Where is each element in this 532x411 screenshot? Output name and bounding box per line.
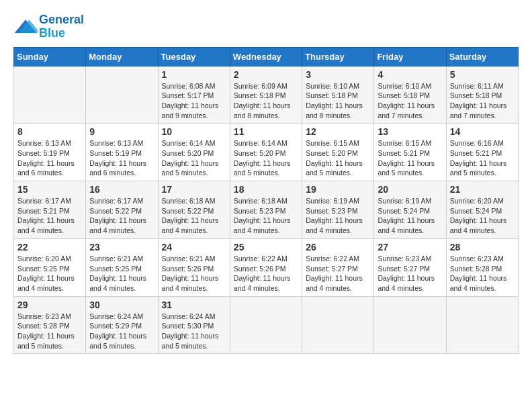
day-cell: 8Sunrise: 6:13 AMSunset: 5:19 PMDaylight… [14,124,86,181]
day-cell: 10Sunrise: 6:14 AMSunset: 5:20 PMDayligh… [158,124,230,181]
day-info: Sunrise: 6:18 AMSunset: 5:23 PMDaylight:… [234,197,291,234]
day-info: Sunrise: 6:18 AMSunset: 5:22 PMDaylight:… [162,197,219,234]
header-cell-saturday: Saturday [446,47,518,66]
day-cell: 1Sunrise: 6:08 AMSunset: 5:17 PMDaylight… [158,66,230,124]
day-cell [230,296,302,354]
day-info: Sunrise: 6:24 AMSunset: 5:30 PMDaylight:… [162,312,219,350]
day-number: 28 [450,242,515,253]
day-cell [86,66,158,124]
day-number: 3 [306,69,370,80]
day-cell: 9Sunrise: 6:13 AMSunset: 5:19 PMDaylight… [86,124,158,181]
day-cell: 2Sunrise: 6:09 AMSunset: 5:18 PMDaylight… [230,66,302,124]
header-cell-sunday: Sunday [14,47,86,66]
day-cell: 28Sunrise: 6:23 AMSunset: 5:28 PMDayligh… [446,238,518,296]
header-cell-monday: Monday [86,47,158,66]
day-cell [302,296,374,354]
day-cell: 5Sunrise: 6:11 AMSunset: 5:18 PMDaylight… [446,66,518,124]
day-number: 2 [234,69,298,80]
day-number: 10 [162,126,226,137]
day-number: 13 [378,126,442,137]
day-info: Sunrise: 6:15 AMSunset: 5:21 PMDaylight:… [378,139,435,177]
calendar-body: 1Sunrise: 6:08 AMSunset: 5:17 PMDaylight… [14,66,519,354]
day-info: Sunrise: 6:23 AMSunset: 5:27 PMDaylight:… [378,255,435,292]
day-info: Sunrise: 6:13 AMSunset: 5:19 PMDaylight:… [17,139,75,177]
week-row-2: 8Sunrise: 6:13 AMSunset: 5:19 PMDaylight… [14,124,519,181]
calendar-header: SundayMondayTuesdayWednesdayThursdayFrid… [14,47,519,66]
day-info: Sunrise: 6:09 AMSunset: 5:18 PMDaylight:… [234,82,291,120]
day-number: 15 [17,184,82,195]
calendar-table: SundayMondayTuesdayWednesdayThursdayFrid… [13,47,519,355]
day-info: Sunrise: 6:17 AMSunset: 5:21 PMDaylight:… [17,197,75,234]
day-cell: 17Sunrise: 6:18 AMSunset: 5:22 PMDayligh… [158,181,230,239]
day-info: Sunrise: 6:23 AMSunset: 5:28 PMDaylight:… [450,255,507,292]
day-number: 21 [450,184,515,195]
header-row: SundayMondayTuesdayWednesdayThursdayFrid… [14,47,519,66]
day-number: 22 [17,242,82,253]
day-cell [14,66,86,124]
week-row-3: 15Sunrise: 6:17 AMSunset: 5:21 PMDayligh… [14,181,519,239]
day-cell [374,296,446,354]
day-cell: 26Sunrise: 6:22 AMSunset: 5:27 PMDayligh… [302,238,374,296]
day-info: Sunrise: 6:13 AMSunset: 5:19 PMDaylight:… [89,139,146,177]
logo-text: General Blue [39,13,84,40]
day-cell: 14Sunrise: 6:16 AMSunset: 5:21 PMDayligh… [446,124,518,181]
day-number: 12 [306,126,370,137]
day-number: 14 [450,126,515,137]
day-number: 4 [378,69,442,80]
day-number: 8 [17,126,82,137]
day-info: Sunrise: 6:14 AMSunset: 5:20 PMDaylight:… [162,139,219,177]
day-info: Sunrise: 6:23 AMSunset: 5:28 PMDaylight:… [17,312,75,350]
day-cell: 3Sunrise: 6:10 AMSunset: 5:18 PMDaylight… [302,66,374,124]
week-row-5: 29Sunrise: 6:23 AMSunset: 5:28 PMDayligh… [14,296,519,354]
day-number: 11 [234,126,298,137]
day-number: 19 [306,184,370,195]
day-info: Sunrise: 6:21 AMSunset: 5:26 PMDaylight:… [162,255,219,292]
day-info: Sunrise: 6:20 AMSunset: 5:25 PMDaylight:… [17,255,75,292]
day-info: Sunrise: 6:21 AMSunset: 5:25 PMDaylight:… [89,255,146,292]
day-info: Sunrise: 6:19 AMSunset: 5:24 PMDaylight:… [378,197,435,234]
day-cell [446,296,518,354]
day-cell: 4Sunrise: 6:10 AMSunset: 5:18 PMDaylight… [374,66,446,124]
day-cell: 11Sunrise: 6:14 AMSunset: 5:20 PMDayligh… [230,124,302,181]
day-number: 1 [162,69,226,80]
day-cell: 20Sunrise: 6:19 AMSunset: 5:24 PMDayligh… [374,181,446,239]
day-cell: 31Sunrise: 6:24 AMSunset: 5:30 PMDayligh… [158,296,230,354]
day-number: 26 [306,242,370,253]
day-cell: 27Sunrise: 6:23 AMSunset: 5:27 PMDayligh… [374,238,446,296]
day-info: Sunrise: 6:22 AMSunset: 5:26 PMDaylight:… [234,255,291,292]
day-number: 27 [378,242,442,253]
header-cell-thursday: Thursday [302,47,374,66]
day-cell: 22Sunrise: 6:20 AMSunset: 5:25 PMDayligh… [14,238,86,296]
page-header: General Blue [13,13,519,40]
day-number: 20 [378,184,442,195]
day-info: Sunrise: 6:08 AMSunset: 5:17 PMDaylight:… [162,82,219,120]
day-number: 5 [450,69,515,80]
week-row-4: 22Sunrise: 6:20 AMSunset: 5:25 PMDayligh… [14,238,519,296]
day-info: Sunrise: 6:20 AMSunset: 5:24 PMDaylight:… [450,197,507,234]
day-info: Sunrise: 6:22 AMSunset: 5:27 PMDaylight:… [306,255,363,292]
header-cell-tuesday: Tuesday [158,47,230,66]
day-number: 24 [162,242,226,253]
day-number: 16 [89,184,154,195]
day-number: 23 [89,242,154,253]
day-info: Sunrise: 6:24 AMSunset: 5:29 PMDaylight:… [89,312,146,350]
day-info: Sunrise: 6:11 AMSunset: 5:18 PMDaylight:… [450,82,507,120]
day-cell: 23Sunrise: 6:21 AMSunset: 5:25 PMDayligh… [86,238,158,296]
day-cell: 24Sunrise: 6:21 AMSunset: 5:26 PMDayligh… [158,238,230,296]
day-info: Sunrise: 6:14 AMSunset: 5:20 PMDaylight:… [234,139,291,177]
day-cell: 25Sunrise: 6:22 AMSunset: 5:26 PMDayligh… [230,238,302,296]
day-number: 9 [89,126,154,137]
header-cell-friday: Friday [374,47,446,66]
header-cell-wednesday: Wednesday [230,47,302,66]
day-info: Sunrise: 6:19 AMSunset: 5:23 PMDaylight:… [306,197,363,234]
day-info: Sunrise: 6:16 AMSunset: 5:21 PMDaylight:… [450,139,507,177]
day-number: 29 [17,300,82,310]
day-info: Sunrise: 6:17 AMSunset: 5:22 PMDaylight:… [89,197,146,234]
day-number: 30 [89,300,154,310]
day-number: 31 [162,300,226,310]
day-info: Sunrise: 6:15 AMSunset: 5:20 PMDaylight:… [306,139,363,177]
day-cell: 29Sunrise: 6:23 AMSunset: 5:28 PMDayligh… [14,296,86,354]
day-number: 25 [234,242,298,253]
day-cell: 15Sunrise: 6:17 AMSunset: 5:21 PMDayligh… [14,181,86,239]
day-info: Sunrise: 6:10 AMSunset: 5:18 PMDaylight:… [306,82,363,120]
